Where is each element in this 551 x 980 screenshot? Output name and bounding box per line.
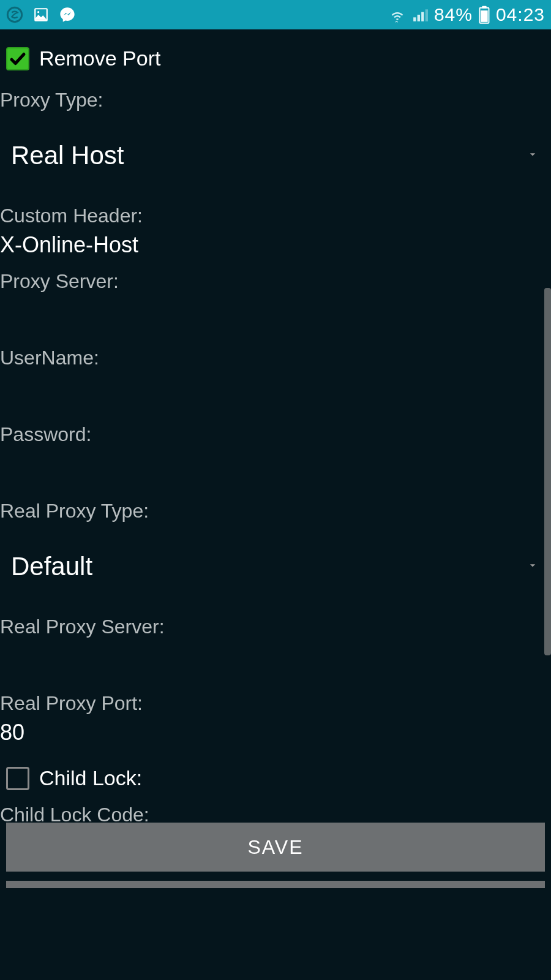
proxy-server-label: Proxy Server: (0, 268, 551, 295)
real-proxy-port-label: Real Proxy Port: (0, 685, 551, 717)
battery-percent: 84% (434, 4, 473, 25)
svg-rect-6 (425, 9, 428, 21)
secondary-bar[interactable] (6, 881, 545, 888)
custom-header-label: Custom Header: (0, 197, 551, 230)
real-proxy-port-field[interactable]: 80 (0, 717, 551, 755)
proxy-type-dropdown[interactable]: Real Host (0, 114, 551, 197)
proxy-server-field[interactable] (0, 295, 551, 307)
real-proxy-type-dropdown[interactable]: Default (0, 525, 551, 608)
remove-port-label: Remove Port (39, 47, 160, 70)
real-proxy-server-label: Real Proxy Server: (0, 608, 551, 641)
password-label: Password: (0, 416, 551, 448)
child-lock-checkbox[interactable] (6, 767, 29, 790)
proxy-type-value: Real Host (11, 141, 124, 170)
child-lock-label: Child Lock: (39, 766, 142, 790)
svg-rect-4 (418, 15, 420, 21)
remove-port-row[interactable]: Remove Port (0, 29, 551, 81)
save-button[interactable]: SAVE (6, 823, 545, 872)
chevron-down-icon (527, 148, 539, 163)
clock: 04:23 (496, 4, 545, 25)
gallery-icon (33, 7, 49, 23)
proxy-type-label: Proxy Type: (0, 81, 551, 114)
child-lock-row[interactable]: Child Lock: (0, 755, 551, 801)
scrollbar[interactable] (544, 288, 551, 655)
real-proxy-server-field[interactable] (0, 641, 551, 653)
custom-header-field[interactable]: X-Online-Host (0, 230, 551, 268)
remove-port-checkbox[interactable] (6, 47, 29, 70)
wifi-icon (389, 6, 406, 23)
app-icon-s (6, 6, 23, 23)
messenger-icon (59, 6, 76, 23)
settings-form: Remove Port Proxy Type: Real Host Custom… (0, 29, 551, 841)
username-label: UserName: (0, 339, 551, 372)
real-proxy-type-label: Real Proxy Type: (0, 492, 551, 525)
chevron-down-icon (527, 559, 539, 574)
signal-icon (412, 7, 428, 23)
svg-rect-3 (413, 17, 416, 21)
username-field[interactable] (0, 372, 551, 384)
real-proxy-type-value: Default (11, 552, 92, 581)
svg-point-2 (37, 11, 39, 13)
svg-rect-9 (481, 10, 487, 22)
battery-icon (479, 6, 490, 24)
svg-rect-8 (482, 6, 487, 9)
password-field[interactable] (0, 448, 551, 461)
status-bar: 84% 04:23 (0, 0, 551, 29)
svg-rect-5 (421, 12, 424, 21)
